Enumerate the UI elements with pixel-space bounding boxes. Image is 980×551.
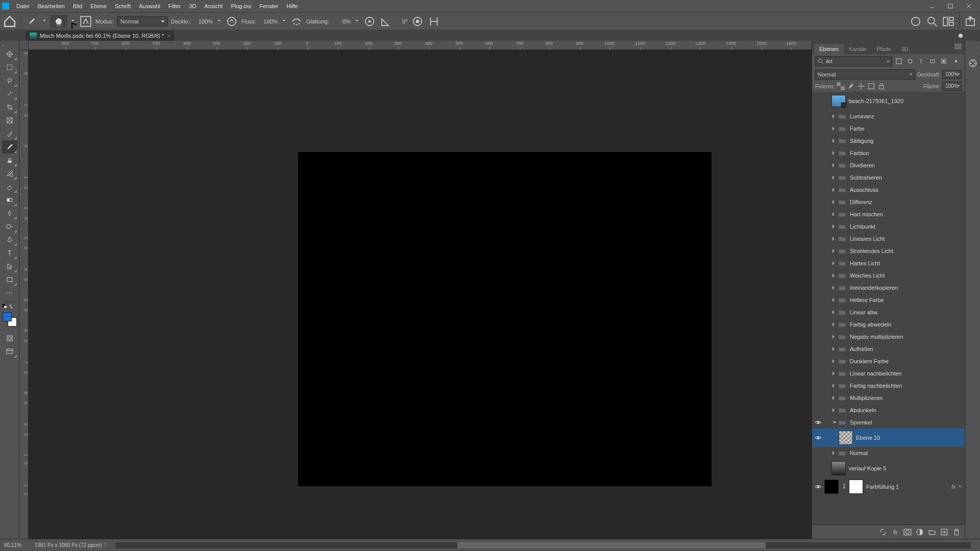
- expand-arrow-icon[interactable]: [831, 127, 838, 131]
- lock-pixels-icon[interactable]: [847, 82, 855, 90]
- pressure-size-icon[interactable]: [411, 15, 424, 28]
- document-canvas[interactable]: [298, 152, 712, 486]
- visibility-toggle[interactable]: [812, 420, 824, 425]
- filter-smart-icon[interactable]: [939, 57, 948, 66]
- lock-all-icon[interactable]: [877, 82, 886, 90]
- fx-expand-icon[interactable]: [958, 484, 963, 490]
- eraser-tool[interactable]: [2, 180, 17, 193]
- layer-row[interactable]: Weiches Licht: [812, 269, 965, 282]
- smoothing-options-icon[interactable]: [363, 15, 376, 28]
- expand-arrow-icon[interactable]: [831, 273, 838, 278]
- history-brush-tool[interactable]: [2, 167, 17, 180]
- panel-menu-icon[interactable]: [954, 44, 962, 49]
- status-arrow[interactable]: 〉: [102, 542, 110, 549]
- expand-arrow-icon[interactable]: [831, 163, 838, 167]
- more-tools[interactable]: [2, 286, 17, 299]
- type-tool[interactable]: T: [2, 246, 17, 260]
- layer-name[interactable]: beach-2179361_1920: [849, 98, 903, 104]
- layer-row[interactable]: Hartes Licht: [812, 257, 965, 269]
- expand-arrow-icon[interactable]: [831, 371, 838, 375]
- layer-name[interactable]: Farbig abwedeln: [850, 321, 891, 328]
- expand-arrow-icon[interactable]: [831, 139, 838, 143]
- layer-row[interactable]: Aufhellen: [812, 343, 965, 355]
- menu-schrift[interactable]: Schrift: [111, 0, 135, 12]
- layer-row[interactable]: Abdunkeln: [812, 404, 965, 416]
- expand-arrow-icon[interactable]: [831, 419, 838, 425]
- tab-close-icon[interactable]: ×: [167, 33, 170, 39]
- expand-arrow-icon[interactable]: [831, 176, 838, 180]
- menu-datei[interactable]: Datei: [12, 0, 34, 12]
- expand-arrow-icon[interactable]: [831, 322, 838, 327]
- layer-row[interactable]: Farbig nachbelichten: [812, 380, 965, 392]
- color-swatches[interactable]: [3, 312, 17, 327]
- layer-row[interactable]: Lichtpunkt: [812, 220, 965, 233]
- layer-row[interactable]: Farbton: [812, 147, 965, 159]
- expand-arrow-icon[interactable]: [831, 212, 838, 216]
- layer-name[interactable]: Differenz: [850, 199, 872, 205]
- expand-panels-icon[interactable]: «: [976, 46, 980, 51]
- expand-arrow-icon[interactable]: [831, 188, 838, 192]
- home-icon[interactable]: [3, 15, 16, 28]
- layer-name[interactable]: verlauf Kopie 5: [849, 465, 886, 471]
- layer-name[interactable]: Farbig nachbelichten: [850, 383, 902, 389]
- adjustment-layer-icon[interactable]: [916, 528, 924, 536]
- layer-row[interactable]: Multiplizieren: [812, 392, 965, 404]
- layer-name[interactable]: Lichtpunkt: [850, 223, 875, 230]
- layer-row[interactable]: verlauf Kopie 5: [812, 459, 965, 478]
- layer-name[interactable]: Ebene 10: [856, 435, 880, 441]
- layer-row[interactable]: Hart mischen: [812, 208, 965, 220]
- layer-name[interactable]: Ausschluss: [850, 187, 878, 193]
- layer-name[interactable]: Abdunkeln: [850, 407, 876, 413]
- minimize-button[interactable]: [923, 1, 941, 11]
- visibility-toggle[interactable]: [812, 435, 824, 440]
- lasso-tool[interactable]: [2, 74, 17, 87]
- expand-arrow-icon[interactable]: [831, 396, 838, 400]
- link-layers-icon[interactable]: [879, 528, 887, 536]
- pen-tool[interactable]: [2, 233, 17, 246]
- frame-tool[interactable]: [2, 114, 17, 127]
- expand-arrow-icon[interactable]: [831, 451, 838, 455]
- expand-arrow-icon[interactable]: [831, 200, 838, 204]
- layer-row[interactable]: Differenz: [812, 196, 965, 208]
- layer-name[interactable]: Multiplizieren: [850, 395, 883, 401]
- expand-arrow-icon[interactable]: [831, 237, 838, 241]
- expand-arrow-icon[interactable]: [831, 359, 838, 363]
- tool-preset-arrow[interactable]: [41, 17, 47, 26]
- brush-panel-icon[interactable]: [79, 15, 92, 28]
- menu-hilfe[interactable]: Hilfe: [282, 0, 302, 12]
- flow-arrow[interactable]: [281, 17, 287, 26]
- filter-pixel-icon[interactable]: [894, 57, 903, 66]
- layer-row[interactable]: Strahlendes Licht: [812, 245, 965, 257]
- expand-arrow-icon[interactable]: [831, 347, 838, 351]
- layer-name[interactable]: Subtrahieren: [850, 174, 882, 181]
- layer-row[interactable]: beach-2179361_1920: [812, 92, 965, 110]
- layer-name[interactable]: Dividieren: [850, 162, 875, 168]
- layer-name[interactable]: Farbton: [850, 150, 869, 156]
- layer-row[interactable]: Farbig abwedeln: [812, 318, 965, 331]
- layer-row[interactable]: Ausschluss: [812, 184, 965, 196]
- layer-filter-dropdown[interactable]: Art: [815, 56, 892, 66]
- angle-icon[interactable]: [379, 15, 393, 28]
- panel-tab-ebenen[interactable]: Ebenen: [814, 44, 844, 54]
- ruler-origin[interactable]: [19, 41, 29, 50]
- document-info[interactable]: 1381 Px x 1080 Px (72 ppcm): [35, 542, 102, 548]
- brush-tool-icon[interactable]: [25, 15, 38, 28]
- workspace-icon[interactable]: [942, 15, 955, 28]
- layer-name[interactable]: Negativ multiplizieren: [850, 334, 903, 340]
- maximize-button[interactable]: [941, 1, 960, 11]
- panel-tab-3d[interactable]: 3D: [896, 44, 914, 54]
- menu-filter[interactable]: Filter: [164, 0, 185, 12]
- layer-row[interactable]: Sättigung: [812, 135, 965, 147]
- layer-name[interactable]: Lineares Licht: [850, 236, 885, 242]
- layer-name[interactable]: Linear abw.: [850, 309, 878, 315]
- horizontal-scrollbar[interactable]: [115, 542, 971, 548]
- layer-row[interactable]: Linear abw.: [812, 306, 965, 318]
- menu-bearbeiten[interactable]: Bearbeiten: [34, 0, 69, 12]
- layer-row[interactable]: Luminanz: [812, 110, 965, 122]
- marquee-tool[interactable]: [2, 61, 17, 74]
- quick-mask-icon[interactable]: [2, 332, 17, 345]
- toolbar-collapse-icon[interactable]: »: [0, 43, 4, 47]
- layer-name[interactable]: Dunklere Farbe: [850, 358, 889, 364]
- lock-position-icon[interactable]: [857, 82, 865, 90]
- panel-tab-kanäle[interactable]: Kanäle: [844, 44, 871, 54]
